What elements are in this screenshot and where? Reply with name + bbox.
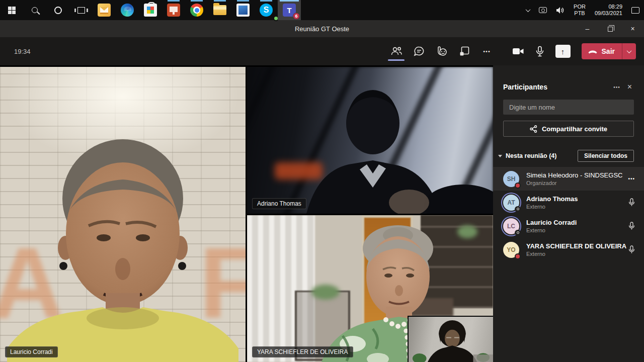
photos-app-icon [236, 4, 250, 17]
chevron-icon [526, 7, 531, 12]
participants-panel: Participantes ••• × Compartilhar convite… [493, 65, 644, 362]
start-button[interactable] [0, 0, 23, 20]
section-label: Nesta reunião (4) [506, 152, 578, 159]
participants-toggle-button[interactable] [385, 37, 408, 65]
share-up-arrow-icon: ↑ [561, 47, 565, 56]
more-actions-button[interactable]: ••• [475, 37, 498, 65]
participant-row-simeia[interactable]: SH Simeia Heleodoro - SINDSEGSC Organiza… [493, 167, 644, 191]
camera-icon [512, 47, 524, 56]
windows-start-icon [8, 7, 16, 14]
participant-more-button[interactable]: ••• [628, 176, 635, 182]
teams-window-titlebar: Reunião GT Oeste – × [0, 20, 644, 37]
search-input[interactable] [503, 100, 634, 115]
participant-info: YARA SCHIEFLER DE OLIVEIRA Externo [526, 242, 628, 257]
show-hidden-icons-button[interactable] [522, 0, 534, 20]
participant-mic-button[interactable] [628, 222, 635, 230]
chat-button[interactable] [408, 37, 430, 65]
tray-time: 08:29 [595, 4, 622, 10]
mic-toggle-button[interactable] [535, 46, 544, 57]
taskbar-edge-button[interactable] [116, 0, 139, 20]
meet-now-button[interactable] [534, 0, 551, 20]
self-view-person [409, 317, 493, 362]
camera-toggle-button[interactable] [512, 47, 524, 56]
taskbar-teams-button[interactable]: T6 [278, 0, 301, 20]
participant-row-yara[interactable]: YO YARA SCHIEFLER DE OLIVEIRA Externo [493, 238, 644, 261]
avatar-initials: AT [507, 199, 515, 206]
chevron-down-icon [627, 48, 632, 53]
taskbar-search-button[interactable] [23, 0, 46, 20]
restore-button[interactable] [599, 20, 621, 37]
avatar-initials: SH [507, 175, 516, 183]
status-unknown-icon [515, 206, 521, 212]
breakout-rooms-button[interactable] [453, 37, 475, 65]
share-content-button[interactable]: ↑ [555, 45, 571, 58]
hangup-icon [588, 49, 598, 54]
leave-button[interactable]: Sair [582, 43, 622, 59]
taskbar-outlook-button[interactable] [93, 0, 116, 20]
volume-button[interactable] [551, 0, 569, 20]
avatar: LC [503, 218, 519, 234]
clock[interactable]: 08:2909/03/2021 [590, 0, 627, 20]
share-nodes-icon [530, 125, 537, 133]
panel-close-button[interactable]: × [624, 81, 635, 93]
video-tile-adriano[interactable]: Adriano Thomas [247, 67, 493, 214]
video-grid: A F [0, 65, 493, 362]
cortana-icon [54, 7, 62, 14]
reactions-button[interactable] [430, 37, 453, 65]
participant-mic-button[interactable] [628, 198, 635, 207]
taskbar-powerpoint-button[interactable] [162, 0, 185, 20]
taskbar-explorer-button[interactable] [208, 0, 231, 20]
mic-icon [628, 198, 635, 207]
cortana-button[interactable] [46, 0, 69, 20]
close-button[interactable]: × [621, 20, 644, 37]
active-tab-indicator [388, 59, 405, 61]
language-indicator[interactable]: PORPTB [569, 0, 590, 20]
mute-all-button[interactable]: Silenciar todos [578, 150, 634, 162]
self-view-pip[interactable] [408, 316, 493, 362]
participant-name: YARA SCHIEFLER DE OLIVEIRA [526, 242, 628, 250]
mic-icon [535, 46, 544, 57]
store-icon [144, 4, 157, 17]
reactions-icon [436, 46, 448, 57]
participant-name: Simeia Heleodoro - SINDSEGSC [526, 171, 628, 179]
participant-mic-button[interactable] [628, 245, 635, 254]
taskbar-store-button[interactable] [139, 0, 162, 20]
meeting-section-header: Nesta reunião (4) Silenciar todos [498, 150, 634, 162]
avatar-initials: YO [507, 246, 515, 253]
action-center-icon [631, 7, 639, 14]
outlook-icon [98, 4, 111, 17]
open-app-indicator [191, 0, 203, 2]
participant-name: Lauricio Corradi [526, 218, 628, 227]
mic-icon [628, 222, 635, 230]
participant-role: Externo [526, 250, 628, 257]
share-invite-button[interactable]: Compartilhar convite [503, 121, 634, 137]
open-app-indicator [237, 0, 249, 2]
mic-icon [628, 245, 635, 254]
windows-taskbar: S T6 PORPTB 08:2909/03/2021 [0, 0, 644, 20]
taskbar-photos-button[interactable] [231, 0, 255, 20]
task-view-icon [77, 7, 85, 14]
taskbar-chrome-button[interactable] [185, 0, 208, 20]
toolbar-right-controls: ↑ Sair [512, 37, 636, 65]
leave-options-button[interactable] [622, 43, 636, 59]
video-name-label: Adriano Thomas [252, 198, 306, 209]
action-center-button[interactable] [627, 0, 644, 20]
participant-role: Organizador [526, 179, 628, 187]
powerpoint-icon [167, 4, 180, 17]
video-name-label: YARA SCHIEFLER DE OLIVEIRA [252, 346, 353, 357]
panel-more-button[interactable]: ••• [609, 82, 624, 92]
participant-row-adriano[interactable]: AT Adriano Thomas Externo [493, 191, 644, 214]
participant-info: Lauricio Corradi Externo [526, 218, 628, 234]
video-tile-lauricio[interactable]: A F [0, 67, 246, 362]
open-app-indicator [260, 0, 272, 2]
section-collapse-icon[interactable] [498, 155, 502, 157]
teams-notification-badge: 6 [293, 13, 300, 20]
video-tile-yara[interactable]: YARA SCHIEFLER DE OLIVEIRA [247, 215, 493, 362]
task-view-button[interactable] [69, 0, 93, 20]
participant-row-lauricio[interactable]: LC Lauricio Corradi Externo [493, 214, 644, 238]
status-busy-icon [515, 183, 521, 189]
participant-role: Externo [526, 227, 628, 234]
taskbar-skype-button[interactable]: S [255, 0, 278, 20]
leave-split-button: Sair [582, 43, 636, 59]
minimize-button[interactable]: – [576, 20, 599, 37]
